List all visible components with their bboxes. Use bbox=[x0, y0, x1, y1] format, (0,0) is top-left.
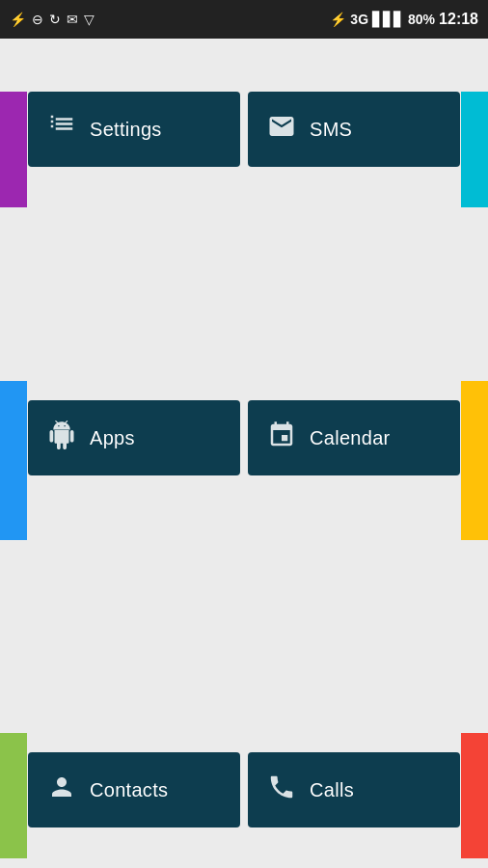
tiles-row-3: Contacts Calls bbox=[28, 752, 460, 827]
network-label: 3G bbox=[350, 12, 368, 27]
settings-tile[interactable]: Settings bbox=[28, 92, 240, 167]
sync-icon: ↻ bbox=[49, 12, 61, 27]
contacts-tile[interactable]: Contacts bbox=[28, 752, 240, 827]
calendar-label: Calendar bbox=[310, 427, 391, 449]
signal-icon: ▋▋▋ bbox=[372, 12, 404, 27]
apps-tile[interactable]: Apps bbox=[28, 400, 240, 475]
settings-icon bbox=[47, 112, 76, 148]
sms-icon bbox=[267, 112, 296, 148]
apps-icon bbox=[47, 420, 76, 456]
gmail-icon: ✉ bbox=[67, 12, 78, 27]
row-3: Contacts Calls bbox=[0, 752, 488, 827]
calls-label: Calls bbox=[310, 779, 354, 801]
settings-label: Settings bbox=[90, 119, 162, 141]
calendar-icon bbox=[267, 420, 296, 456]
contacts-label: Contacts bbox=[90, 779, 168, 801]
contacts-icon bbox=[47, 773, 76, 808]
sms-tile[interactable]: SMS bbox=[248, 92, 460, 167]
status-left-icons: ⚡ ⊖ ↻ ✉ ▽ bbox=[10, 12, 95, 27]
minus-icon: ⊖ bbox=[32, 12, 43, 27]
tiles-row-2: Apps Calendar bbox=[28, 400, 460, 475]
time-label: 12:18 bbox=[439, 11, 478, 28]
battery-label: 80% bbox=[408, 12, 435, 27]
main-content: Settings SMS A bbox=[0, 39, 488, 868]
status-bar: ⚡ ⊖ ↻ ✉ ▽ ⚡ 3G ▋▋▋ 80% 12:18 bbox=[0, 0, 488, 39]
apps-label: Apps bbox=[90, 427, 135, 449]
download-icon: ▽ bbox=[84, 12, 95, 27]
calls-icon bbox=[267, 773, 296, 808]
tiles-row-1: Settings SMS bbox=[28, 92, 460, 167]
calls-tile[interactable]: Calls bbox=[248, 752, 460, 827]
calendar-tile[interactable]: Calendar bbox=[248, 400, 460, 475]
row-2: Apps Calendar bbox=[0, 400, 488, 475]
status-right-icons: ⚡ 3G ▋▋▋ 80% 12:18 bbox=[330, 11, 478, 28]
sms-label: SMS bbox=[310, 119, 352, 141]
usb-icon: ⚡ bbox=[10, 12, 26, 27]
row-1: Settings SMS bbox=[0, 92, 488, 167]
bluetooth-icon: ⚡ bbox=[330, 12, 346, 27]
